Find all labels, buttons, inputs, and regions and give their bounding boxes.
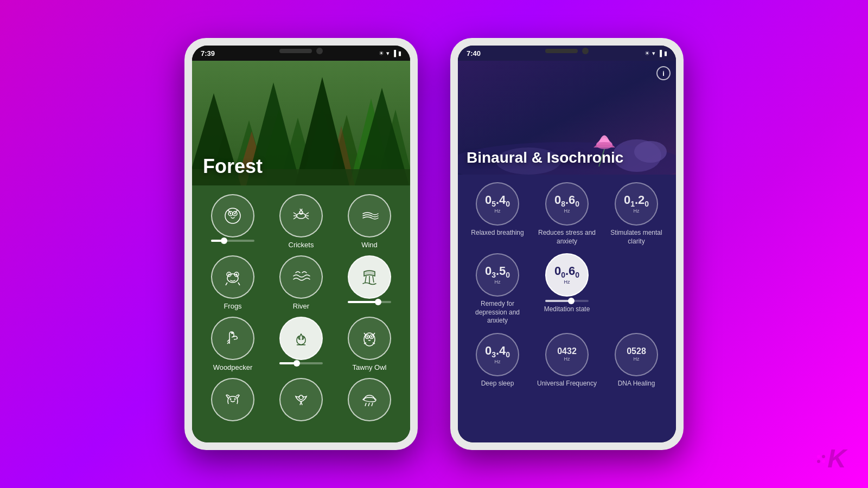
binaural-header: i Binaural & Isochronic [458, 61, 676, 175]
clarity-freq: 01.20 [624, 194, 649, 208]
relaxed-label: Relaxed breathing [471, 229, 524, 237]
sound-grid: Crickets Wind [201, 194, 401, 421]
brightness-icon: ☀ [379, 50, 384, 57]
crickets-label: Crickets [289, 241, 314, 249]
dna-label: DNA Healing [618, 380, 655, 388]
wdot-3 [817, 460, 820, 463]
signal-icon: ▐ [392, 50, 396, 56]
sound-circle-campfire[interactable] [279, 317, 323, 360]
battery-icon: ▮ [398, 50, 401, 57]
meditation-slider[interactable] [545, 300, 589, 302]
binaural-grid: 05.40 Hz Relaxed breathing 08.60 Hz Redu… [464, 182, 669, 388]
owl-slider[interactable] [211, 240, 254, 242]
stress-label: Reduces stress and anxiety [534, 229, 600, 246]
sound-circle-river[interactable] [279, 255, 323, 299]
wdot-1 [817, 455, 820, 458]
sound-circle-waterfall[interactable] [348, 255, 391, 299]
svg-point-35 [236, 274, 238, 275]
meditation-freq: 00.60 [554, 265, 579, 279]
sound-circle-bird[interactable] [279, 378, 323, 421]
sound-circle-crickets[interactable] [279, 194, 323, 237]
sound-item-river: River [269, 255, 333, 310]
phone2-notch [545, 48, 589, 54]
sound-circle-owl[interactable] [211, 194, 254, 237]
phone1-time: 7:39 [201, 49, 215, 57]
tawny-owl-label: Tawny Owl [353, 363, 387, 371]
sound-circle-frogs[interactable] [211, 255, 254, 299]
stress-hz: Hz [564, 208, 570, 214]
phone2-screen: 7:40 ☀ ▾ ▐ ▮ [458, 46, 676, 442]
svg-line-27 [305, 217, 309, 219]
binaural-circle-meditation[interactable]: 00.60 Hz [545, 253, 589, 297]
info-button[interactable]: i [656, 66, 671, 80]
stress-freq: 08.60 [554, 194, 579, 208]
clarity-hz: Hz [634, 208, 640, 214]
river-label: River [293, 302, 309, 310]
binaural-circle-relaxed[interactable]: 05.40 Hz [476, 182, 519, 226]
binaural-content: 05.40 Hz Relaxed breathing 08.60 Hz Redu… [458, 175, 676, 442]
watermark-dots [817, 455, 825, 463]
binaural-item-universal: 0432 Hz Universal Frequency [534, 333, 600, 388]
binaural-circle-universal[interactable]: 0432 Hz [545, 333, 589, 376]
svg-line-36 [365, 276, 366, 282]
sound-item-campfire [269, 317, 333, 371]
signal2-icon: ▐ [658, 50, 662, 56]
sound-item-crickets: Crickets [269, 194, 333, 249]
binaural-circle-depression[interactable]: 03.50 Hz [476, 253, 519, 297]
sound-circle-tawny-owl[interactable] [348, 317, 391, 360]
universal-hz: Hz [564, 356, 570, 362]
binaural-item-meditation: 00.60 Hz Meditation state [534, 253, 600, 325]
sound-circle-wolf[interactable] [211, 378, 254, 421]
campfire-slider[interactable] [279, 362, 323, 364]
meditation-hz: Hz [564, 279, 570, 285]
wifi-icon: ▾ [386, 50, 390, 57]
wind-icon [360, 206, 379, 226]
binaural-item-relaxed: 05.40 Hz Relaxed breathing [464, 182, 531, 246]
sound-item-bird [269, 378, 333, 421]
sound-item-woodpecker: Woodpecker [201, 317, 265, 371]
clarity-label: Stimulates mental clarity [603, 229, 669, 246]
binaural-item-deep-sleep: 03.40 Hz Deep sleep [464, 333, 531, 388]
binaural-item-empty-row2 [603, 253, 669, 325]
watermark-letter: K [827, 446, 846, 472]
binaural-circle-deep-sleep[interactable]: 03.40 Hz [476, 333, 519, 376]
watermark: K [817, 446, 846, 472]
phone2-speaker [545, 49, 578, 53]
svg-point-34 [228, 274, 230, 275]
deep-sleep-label: Deep sleep [481, 380, 514, 388]
binaural-circle-clarity[interactable]: 01.20 Hz [615, 182, 658, 226]
sound-item-owl [201, 194, 265, 249]
svg-line-24 [293, 217, 297, 219]
tawny-owl-icon [360, 329, 379, 348]
binaural-item-depression: 03.50 Hz Remedy for depression and anxie… [464, 253, 531, 325]
svg-point-44 [371, 336, 373, 338]
svg-point-46 [234, 399, 236, 400]
sound-circle-woodpecker[interactable] [211, 317, 254, 360]
watermark-dot-row-1 [817, 455, 825, 458]
phone1-status-icons: ☀ ▾ ▐ ▮ [379, 50, 401, 57]
frog-icon [223, 267, 242, 287]
bird-icon [291, 390, 311, 409]
svg-point-47 [299, 395, 303, 400]
owl-icon [223, 206, 242, 226]
dna-freq: 0528 [627, 347, 646, 356]
depression-hz: Hz [495, 279, 501, 285]
phone1-notch [279, 48, 323, 54]
deep-sleep-hz: Hz [495, 359, 501, 364]
sound-item-frogs: Frogs [201, 255, 265, 310]
woodpecker-label: Woodpecker [213, 363, 253, 371]
binaural-item-dna: 0528 Hz DNA Healing [603, 333, 669, 388]
svg-point-55 [634, 141, 667, 163]
binaural-circle-stress[interactable]: 08.60 Hz [545, 182, 589, 226]
svg-line-49 [368, 403, 369, 406]
waterfall-slider[interactable] [348, 301, 391, 303]
sound-circle-wind[interactable] [348, 194, 391, 237]
svg-line-50 [372, 403, 373, 406]
phone2-camera [582, 48, 589, 54]
wolf-icon [223, 390, 242, 409]
sound-circle-rain[interactable] [348, 378, 391, 421]
svg-point-20 [234, 213, 236, 215]
svg-line-48 [365, 403, 366, 406]
binaural-circle-dna[interactable]: 0528 Hz [615, 333, 658, 376]
brightness2-icon: ☀ [644, 50, 650, 57]
